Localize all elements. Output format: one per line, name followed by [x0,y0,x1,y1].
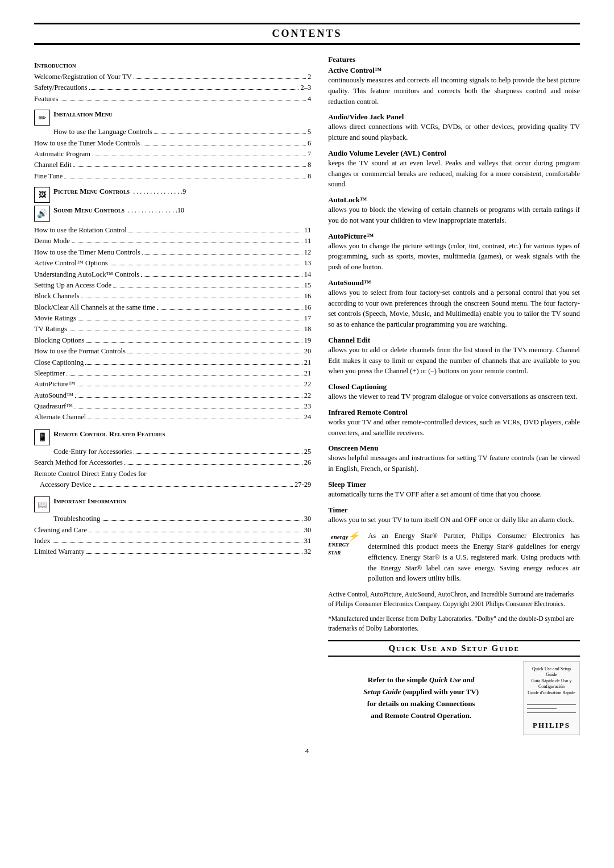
quick-use-content: Refer to the simple Quick Use andSetup G… [328,661,580,735]
table-row: Index 31 [34,536,311,546]
table-row: Sleeptimer 21 [34,368,311,379]
table-row: Accessory Device 27-29 [34,479,311,490]
page-number: 4 [34,746,580,756]
important-icon: 📖 [34,496,50,512]
page-title: Contents [34,23,580,45]
feature-sleep-timer: Sleep Timer automatically turns the TV O… [328,480,580,500]
installation-items: How to use the Language Controls 5 [34,127,311,137]
table-row: How to use the Language Controls 5 [53,127,311,137]
table-row: Close Captioning 21 [34,357,311,368]
table-row: How to use the Rotation Control 11 [34,225,311,236]
remote-indent-item: Code-Entry for Accessories 25 [34,446,311,457]
feature-timer: Timer allows you to set your TV to turn … [328,506,580,525]
sound-icon: 🔊 [34,206,50,222]
table-row: Safety/Precautions 2–3 [34,82,311,93]
table-row: Code-Entry for Accessories 25 [53,446,311,457]
picture-icon: 🖼 [34,187,50,203]
feature-onscreen-menu: Onscreen Menu shows helpful messages and… [328,444,580,474]
table-row: Fine Tune 8 [34,171,311,182]
sound-section: 🔊 Sound Menu Controls . . . . . . . . . … [34,205,311,222]
table-row: AutoSound™ 22 [34,390,311,401]
misc-items: How to use the Rotation Control 11 Demo … [34,225,311,423]
energy-star-logo: energy⚡ ENERGY STAR [328,531,362,557]
feature-autosound: AutoSound™ allows you to select from fou… [328,278,580,330]
energy-star-section: energy⚡ ENERGY STAR As an Energy Star® P… [328,531,580,584]
table-row: Block Channels 16 [34,291,311,302]
installation-more: How to use the Tuner Mode Controls 6 Aut… [34,138,311,182]
philips-logo: PHILIPS [533,721,570,730]
table-row: Demo Mode 11 [34,236,311,247]
table-row: Automatic Program 7 [34,149,311,160]
table-row: Alternate Channel 24 [34,412,311,423]
table-row: Limited Warranty 32 [34,546,311,557]
table-row: Features 4 [34,94,311,105]
quick-use-section: Quick Use and Setup Guide [328,640,580,657]
important-more: Cleaning and Care 30 Index 31 Limited Wa… [34,525,311,558]
table-row: How to use the Timer Menu Controls 12 [34,247,311,258]
feature-autopicture: AutoPicture™ allows you to change the pi… [328,232,580,273]
table-row: Cleaning and Care 30 [34,525,311,536]
dolby-text: *Manufactured under license from Dolby L… [328,614,580,634]
table-row: AutoPicture™ 22 [34,379,311,390]
table-row: Remote Control Direct Entry Codes for [34,469,311,479]
remote-more: Search Method for Accessories 26 Remote … [34,457,311,490]
remote-section: 📱 Remote Control Related Features [34,429,311,445]
feature-infrared: Infrared Remote Control works your TV an… [328,408,580,439]
table-row: Troubleshooting 30 [53,514,311,524]
features-title: Features [328,55,580,64]
table-row: Understanding AutoLock™ Controls 14 [34,269,311,280]
left-column: Introduction Welcome/Registration of You… [34,55,311,735]
quick-use-body: Refer to the simple Quick Use andSetup G… [328,674,514,721]
right-column: Features Active Control™ continuously me… [328,55,580,735]
picture-section: 🖼 Picture Menu Controls . . . . . . . . … [34,186,311,203]
table-row: How to use the Format Controls 20 [34,346,311,357]
table-row: Blocking Options 19 [34,335,311,346]
remote-icon: 📱 [34,429,50,445]
table-row: Search Method for Accessories 26 [34,457,311,468]
table-row: TV Ratings 18 [34,324,311,335]
important-section: 📖 Important Information [34,496,311,512]
feature-av-jack: Audio/Video Jack Panel allows direct con… [328,112,580,143]
installation-icon: ✏ [34,110,50,126]
feature-autolock: AutoLock™ allows you to block the viewin… [328,195,580,226]
feature-closed-captioning: Closed Captioning allows the viewer to r… [328,382,580,402]
quick-guide-image: Quick Use and Setup GuideGuía Rápido de … [523,661,580,735]
feature-channel-edit: Channel Edit allows you to add or delete… [328,336,580,377]
feature-avl: Audio Volume Leveler (AVL) Control keeps… [328,149,580,190]
table-row: Channel Edit 8 [34,160,311,170]
table-row: How to use the Tuner Mode Controls 6 [34,138,311,149]
important-items: Troubleshooting 30 [34,514,311,524]
intro-header: Introduction [34,61,311,70]
table-row: Welcome/Registration of Your TV 2 [34,72,311,82]
table-row: Active Control™ Options 13 [34,258,311,269]
table-row: Quadrasurf™ 23 [34,401,311,412]
installation-section: ✏ Installation Menu [34,109,311,126]
table-row: Setting Up an Access Code 15 [34,280,311,291]
quick-use-title: Quick Use and Setup Guide [328,644,580,653]
feature-active-control: Active Control™ continuously measures an… [328,66,580,107]
table-row: Movie Ratings 17 [34,313,311,324]
table-row: Block/Clear All Channels at the same tim… [34,302,311,313]
intro-items: Welcome/Registration of Your TV 2 Safety… [34,72,311,105]
trademark-text: Active Control, AutoPicture, AutoSound, … [328,590,580,610]
